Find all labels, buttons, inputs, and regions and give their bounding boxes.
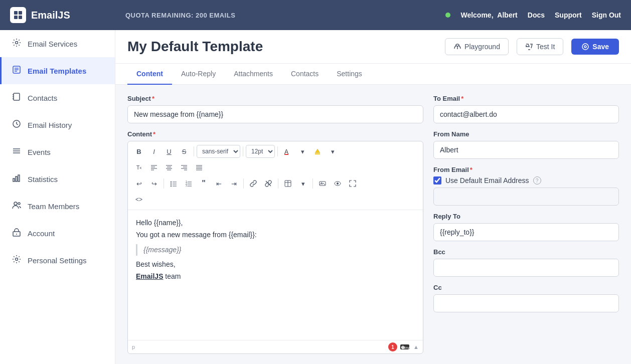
preview-button[interactable] bbox=[331, 176, 345, 191]
table-button[interactable] bbox=[281, 176, 295, 191]
sidebar-label-email-services: Email Services bbox=[28, 40, 77, 48]
tab-settings[interactable]: Settings bbox=[328, 64, 371, 85]
subject-label: Subject* bbox=[127, 95, 423, 102]
to-email-input[interactable] bbox=[433, 105, 619, 123]
bold-button[interactable]: B bbox=[132, 144, 146, 158]
chevron-down-table[interactable]: ▾ bbox=[296, 176, 310, 191]
svg-rect-1 bbox=[19, 11, 22, 15]
svg-point-27 bbox=[582, 44, 588, 50]
unordered-list-button[interactable] bbox=[167, 176, 181, 191]
help-icon[interactable]: ? bbox=[533, 176, 541, 185]
chevron-down-color-2[interactable]: ▾ bbox=[326, 144, 340, 158]
right-panel: To Email* From Name From Email* bbox=[433, 95, 619, 354]
use-default-checkbox[interactable] bbox=[433, 176, 441, 185]
toolbar-sep-1 bbox=[194, 146, 194, 156]
sidebar-item-email-history[interactable]: Email History bbox=[0, 111, 115, 138]
indent-button[interactable]: ⇥ bbox=[227, 176, 241, 191]
svg-rect-19 bbox=[18, 175, 20, 181]
strikethrough-button[interactable]: S bbox=[177, 144, 191, 158]
font-family-select[interactable]: sans-serif bbox=[197, 145, 240, 158]
editor-body[interactable]: Hello {{name}}, You got a new message fr… bbox=[128, 210, 423, 340]
redo-button[interactable]: ↪ bbox=[147, 176, 161, 191]
testit-icon bbox=[525, 43, 533, 51]
align-right-button[interactable] bbox=[177, 160, 191, 174]
save-button[interactable]: Save bbox=[571, 39, 619, 55]
email-history-icon bbox=[12, 119, 22, 130]
bcc-input[interactable] bbox=[433, 259, 619, 277]
reply-to-label: Reply To bbox=[433, 213, 619, 220]
undo-button[interactable]: ↩ bbox=[132, 176, 146, 191]
svg-point-48 bbox=[171, 181, 172, 183]
reply-to-input[interactable] bbox=[433, 223, 619, 241]
save-label: Save bbox=[592, 43, 609, 51]
playground-button[interactable]: Playground bbox=[445, 38, 509, 55]
tab-attachments[interactable]: Attachments bbox=[225, 64, 282, 85]
underline-button[interactable]: U bbox=[162, 144, 176, 158]
use-default-label[interactable]: Use Default Email Address bbox=[445, 176, 529, 185]
sidebar-item-events[interactable]: Events bbox=[0, 138, 115, 165]
main-content: My Default Template Playground Test It bbox=[115, 30, 631, 364]
content-area: Subject* Content* B I bbox=[115, 85, 631, 364]
image-icon bbox=[319, 180, 326, 187]
outdent-button[interactable]: ⇤ bbox=[212, 176, 226, 191]
content-group: Content* B I U S sans-serif bbox=[127, 130, 423, 354]
tabs-bar: Content Auto-Reply Attachments Contacts … bbox=[115, 64, 631, 85]
font-color-button[interactable]: A bbox=[280, 144, 294, 158]
from-name-group: From Name bbox=[433, 130, 619, 159]
justify-button[interactable] bbox=[192, 160, 206, 174]
playground-icon bbox=[453, 43, 461, 51]
sidebar-item-email-services[interactable]: Email Services bbox=[0, 30, 115, 57]
editor-line-3: Best wishes, EmailJS team bbox=[136, 259, 415, 283]
cc-input[interactable] bbox=[433, 294, 619, 312]
sidebar-label-personal-settings: Personal Settings bbox=[28, 256, 87, 265]
from-email-label: From Email* bbox=[433, 166, 619, 173]
docs-link[interactable]: Docs bbox=[528, 11, 545, 19]
support-link[interactable]: Support bbox=[555, 11, 582, 19]
email-templates-icon bbox=[12, 65, 22, 76]
sidebar-item-contacts[interactable]: Contacts bbox=[0, 84, 115, 111]
toolbar-sep-3 bbox=[277, 146, 278, 156]
image-button[interactable] bbox=[316, 176, 330, 191]
svg-rect-18 bbox=[16, 176, 17, 181]
sidebar-item-account[interactable]: Account bbox=[0, 220, 115, 247]
sidebar-label-email-history: Email History bbox=[28, 121, 72, 129]
sidebar: Email Services Email Templates bbox=[0, 30, 115, 364]
code-button[interactable]: <> bbox=[132, 193, 146, 207]
italic-button[interactable]: I bbox=[147, 144, 161, 158]
sidebar-item-statistics[interactable]: Statistics bbox=[0, 165, 115, 193]
subject-input[interactable] bbox=[127, 105, 423, 123]
page-title: My Default Template bbox=[127, 39, 437, 55]
from-name-input[interactable] bbox=[433, 141, 619, 159]
align-left-button[interactable] bbox=[147, 160, 161, 174]
unlink-button[interactable] bbox=[261, 176, 275, 191]
align-center-button[interactable] bbox=[162, 160, 176, 174]
justify-icon bbox=[196, 164, 203, 171]
editor-emailjs-link[interactable]: EmailJS bbox=[136, 272, 163, 280]
sidebar-label-team-members: Team Members bbox=[28, 202, 79, 211]
editor-line-2: You got a new message from {{email}}: bbox=[136, 229, 415, 241]
tab-content[interactable]: Content bbox=[127, 64, 172, 85]
blockquote-button[interactable]: " bbox=[197, 176, 211, 191]
sidebar-item-team-members[interactable]: Team Members bbox=[0, 193, 115, 220]
svg-point-20 bbox=[14, 202, 17, 205]
chevron-down-color-1[interactable]: ▾ bbox=[295, 144, 309, 158]
cc-label: Cc bbox=[433, 284, 619, 291]
svg-rect-3 bbox=[19, 16, 22, 19]
link-button[interactable] bbox=[246, 176, 260, 191]
signout-link[interactable]: Sign Out bbox=[592, 11, 621, 19]
fullscreen-button[interactable] bbox=[346, 176, 360, 191]
from-email-group: From Email* Use Default Email Address ? bbox=[433, 166, 619, 206]
testit-button[interactable]: Test It bbox=[517, 38, 563, 55]
superscript-button[interactable]: Tx bbox=[132, 160, 146, 174]
svg-rect-31 bbox=[315, 153, 320, 154]
toolbar-sep-2 bbox=[243, 146, 243, 156]
sidebar-item-email-templates[interactable]: Email Templates bbox=[0, 57, 115, 84]
ordered-list-button[interactable]: 1.2.3. bbox=[182, 176, 196, 191]
highlight-button[interactable] bbox=[310, 144, 325, 158]
tab-auto-reply[interactable]: Auto-Reply bbox=[172, 64, 225, 85]
font-size-select[interactable]: 12pt bbox=[246, 145, 275, 158]
sidebar-item-personal-settings[interactable]: Personal Settings bbox=[0, 247, 115, 274]
from-email-input[interactable] bbox=[433, 188, 619, 206]
link-icon bbox=[250, 180, 257, 187]
tab-contacts[interactable]: Contacts bbox=[282, 64, 328, 85]
